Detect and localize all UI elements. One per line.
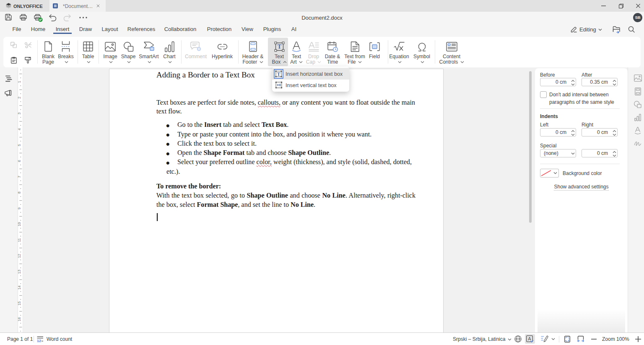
svg-text:A: A — [528, 336, 531, 341]
svg-text:12: 12 — [37, 339, 41, 343]
svg-text:T: T — [277, 71, 280, 77]
